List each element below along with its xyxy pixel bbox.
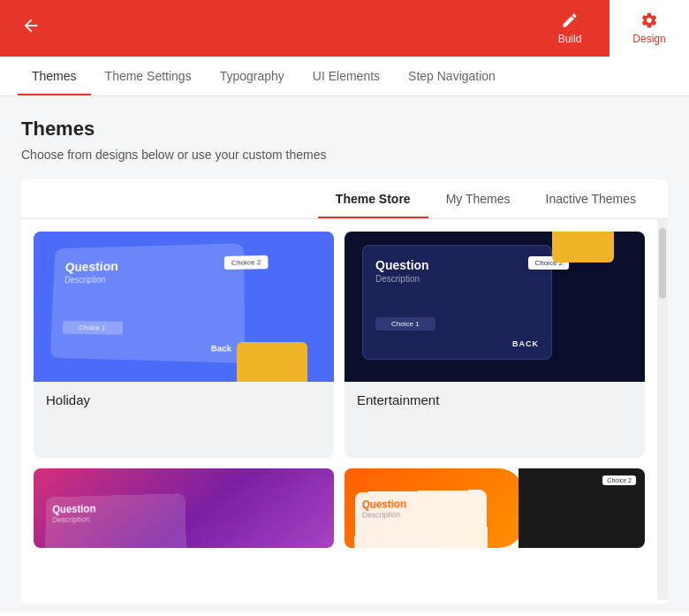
tab-my-themes[interactable]: My Themes	[428, 179, 528, 218]
theme-card-orange[interactable]: Question Description Choice 2	[344, 468, 645, 548]
header-actions: Build Design	[530, 0, 689, 57]
subnav-theme-settings[interactable]: Theme Settings	[91, 57, 206, 95]
theme-name-entertainment: Entertainment	[344, 382, 645, 418]
tab-theme-store[interactable]: Theme Store	[318, 179, 428, 218]
scrollbar[interactable]	[657, 219, 668, 600]
tab-inactive-themes[interactable]: Inactive Themes	[528, 179, 654, 218]
subnav-ui-elements[interactable]: UI Elements	[299, 57, 394, 95]
subnav-typography[interactable]: Typography	[206, 57, 299, 95]
scrollbar-thumb[interactable]	[659, 228, 666, 299]
themes-grid: Question Description Choice 2 Choice 1 B…	[21, 219, 657, 600]
theme-card-entertainment[interactable]: Question Description Choice 2 Choice 1 B…	[344, 232, 645, 458]
theme-name-holiday: Holiday	[34, 382, 334, 418]
theme-card-holiday[interactable]: Question Description Choice 2 Choice 1 B…	[34, 232, 334, 458]
page-title: Themes	[21, 118, 668, 141]
theme-preview-entertainment: Question Description Choice 2 Choice 1 B…	[344, 232, 645, 382]
themes-panel: Theme Store My Themes Inactive Themes Qu…	[21, 179, 668, 604]
design-label: Design	[632, 33, 665, 45]
app-header: Build Design	[0, 0, 689, 57]
build-button[interactable]: Build	[530, 0, 610, 57]
themes-grid-wrapper: Question Description Choice 2 Choice 1 B…	[21, 219, 668, 600]
design-button[interactable]: Design	[610, 0, 689, 57]
subnav-step-navigation[interactable]: Step Navigation	[394, 57, 510, 95]
main-content: Themes Choose from designs below or use …	[0, 96, 689, 612]
build-label: Build	[558, 33, 582, 45]
page-subtitle: Choose from designs below or use your cu…	[21, 148, 668, 162]
theme-preview-orange: Question Description Choice 2	[344, 468, 645, 548]
back-button[interactable]	[14, 9, 48, 48]
themes-tabs: Theme Store My Themes Inactive Themes	[21, 179, 668, 219]
subnav-themes[interactable]: Themes	[18, 57, 91, 95]
theme-card-purple[interactable]: Question Description	[34, 468, 334, 548]
theme-preview-holiday: Question Description Choice 2 Choice 1 B…	[34, 232, 334, 382]
sub-navigation: Themes Theme Settings Typography UI Elem…	[0, 57, 689, 96]
theme-preview-purple: Question Description	[34, 468, 334, 548]
